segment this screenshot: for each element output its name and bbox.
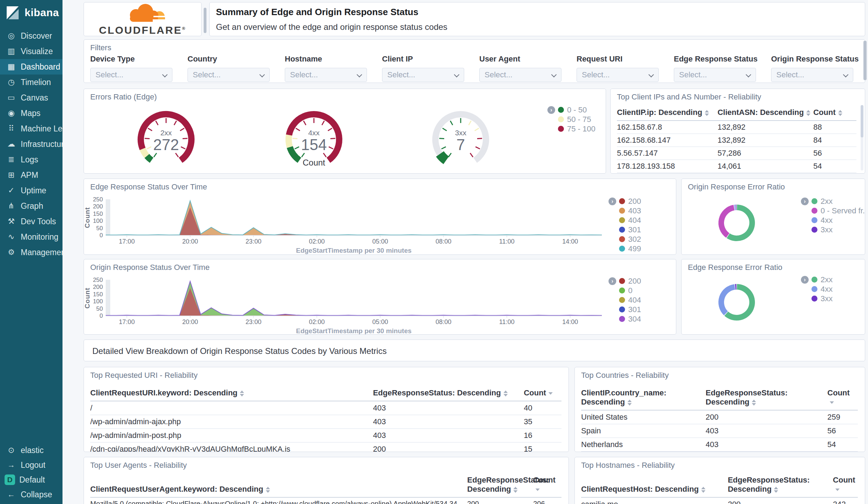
- column-header-count[interactable]: Count: [524, 386, 561, 401]
- sidebar-item-maps[interactable]: ◉Maps: [0, 105, 63, 121]
- select-placeholder: Select...: [679, 70, 707, 79]
- legend-item-200[interactable]: ›200: [609, 196, 641, 206]
- column-header-edgeresponsestatus-descending[interactable]: EdgeResponseStatus: Descending: [706, 386, 828, 410]
- sidebar-item-uptime[interactable]: ✓Uptime: [0, 183, 63, 198]
- sort-icon: [806, 110, 810, 116]
- legend-expand-icon[interactable]: ›: [547, 106, 555, 114]
- sidebar-item-elastic[interactable]: ⊙elastic: [0, 443, 63, 458]
- column-header-clientip-country-name-descending[interactable]: ClientIP.country_name: Descending: [581, 386, 706, 410]
- table-row: /cdn-cgi/apps/head/xVgyKhR-vV3dAUGhMqfBc…: [90, 442, 561, 452]
- column-header-count[interactable]: Count: [833, 460, 858, 497]
- legend-item-0-50[interactable]: ›0 - 50: [547, 105, 596, 115]
- hostname-select[interactable]: Select...: [285, 68, 367, 82]
- legend-item-3xx[interactable]: ›3xx: [801, 225, 865, 234]
- device-type-select[interactable]: Select...: [90, 68, 172, 82]
- sort-icon: [627, 400, 632, 406]
- svg-text:17:00: 17:00: [119, 238, 135, 245]
- sidebar-item-infrastructure[interactable]: ☁Infrastructure: [0, 136, 63, 152]
- legend-item-404[interactable]: ›404: [609, 295, 641, 305]
- legend-item-2xx[interactable]: ›2xx: [801, 275, 833, 284]
- legend-expand-icon[interactable]: ›: [609, 198, 616, 205]
- legend-label: 2xx: [821, 275, 833, 284]
- legend-item-200[interactable]: ›200: [609, 276, 641, 286]
- sidebar-item-dev-tools[interactable]: ⚒Dev Tools: [0, 214, 63, 229]
- sidebar-item-canvas[interactable]: ▭Canvas: [0, 90, 63, 105]
- filters-panel-title: Filters: [90, 43, 111, 52]
- column-header-edgeresponsestatus-descending[interactable]: EdgeResponseStatus: Descending: [467, 460, 533, 497]
- client-ip-select[interactable]: Select...: [382, 68, 464, 82]
- sidebar-item-discover[interactable]: ◎Discover: [0, 28, 63, 44]
- sidebar: kibana ◎Discover▥Visualize▦Dashboard◷Tim…: [0, 0, 63, 504]
- origin-response-status-select[interactable]: Select...: [771, 68, 853, 82]
- legend-item-4xx[interactable]: ›4xx: [801, 284, 833, 294]
- legend-dot: [558, 126, 564, 132]
- legend-item-4xx[interactable]: ›4xx: [801, 215, 865, 225]
- gauge-3xx: 3xx7: [427, 107, 494, 168]
- legend-item-0-served-fr[interactable]: ›0 - Served fr...: [801, 206, 865, 215]
- legend-item-2xx[interactable]: ›2xx: [801, 196, 865, 206]
- sidebar-item-apm[interactable]: ⊞APM: [0, 167, 63, 183]
- sidebar-item-graph[interactable]: ⋔Graph: [0, 198, 63, 214]
- legend-item-302[interactable]: ›302: [609, 234, 641, 244]
- legend-expand-icon[interactable]: ›: [801, 198, 809, 205]
- sidebar-item-logout[interactable]: →Logout: [0, 458, 63, 472]
- legend-item-50-75[interactable]: ›50 - 75: [547, 115, 596, 124]
- edge-donut-chart[interactable]: [707, 272, 767, 334]
- column-header-clientrequestuseragent-keyword-descending[interactable]: ClientRequestUserAgent.keyword: Descendi…: [90, 460, 467, 497]
- column-header-clientrequesthost-descending[interactable]: ClientRequestHost: Descending: [581, 460, 728, 497]
- column-header-edgeresponsestatus-descending[interactable]: EdgeResponseStatus: Descending: [373, 386, 524, 401]
- legend-item-403[interactable]: ›403: [609, 206, 641, 215]
- legend-expand-icon[interactable]: ›: [609, 277, 616, 285]
- legend-label: 403: [628, 206, 641, 215]
- edge-donut-legend: ›2xx›4xx›3xx: [801, 275, 833, 303]
- table-cell: 200: [706, 410, 828, 424]
- column-header-edgeresponsestatus-descending[interactable]: EdgeResponseStatus: Descending: [728, 460, 833, 497]
- column-header-clientrequesturi-keyword-descending[interactable]: ClientRequestURI.keyword: Descending: [90, 386, 373, 401]
- legend-item-75-100[interactable]: ›75 - 100: [547, 124, 596, 134]
- page-scrollbar[interactable]: [863, 41, 867, 80]
- legend-item-304[interactable]: ›304: [609, 314, 641, 324]
- edge-time-chart[interactable]: 05010015020025017:0020:0023:0002:0005:00…: [84, 193, 676, 255]
- request-uri-select[interactable]: Select...: [577, 68, 659, 82]
- filter-label: Hostname: [285, 54, 367, 64]
- sidebar-item-collapse[interactable]: ←Collapse: [0, 487, 63, 502]
- legend-item-404[interactable]: ›404: [609, 215, 641, 225]
- edge-response-status-select[interactable]: Select...: [674, 68, 756, 82]
- filter-user-agent: User AgentSelect...: [479, 54, 561, 82]
- sidebar-item-default[interactable]: DDefault: [0, 472, 63, 487]
- top-countries-title: Top Countries - Reliability: [581, 371, 669, 380]
- legend-item-301[interactable]: ›301: [609, 225, 641, 234]
- user-agent-select[interactable]: Select...: [479, 68, 561, 82]
- kibana-logo[interactable]: kibana: [0, 0, 63, 25]
- svg-text:0: 0: [100, 312, 103, 319]
- column-header-count[interactable]: Count: [813, 105, 856, 121]
- legend-dot: [619, 306, 625, 312]
- sidebar-item-logs[interactable]: ≣Logs: [0, 152, 63, 167]
- legend-item-0[interactable]: ›0: [609, 286, 641, 295]
- column-header-clientasn-descending[interactable]: ClientASN: Descending: [717, 105, 813, 121]
- table-cell: 132,892: [717, 134, 813, 147]
- sidebar-nav: ◎Discover▥Visualize▦Dashboard◷Timelion▭C…: [0, 28, 63, 260]
- column-header-clientip-ip-descending[interactable]: ClientIP.ip: Descending: [617, 105, 717, 121]
- origin-time-chart[interactable]: 05010015020025017:0020:0023:0002:0005:00…: [84, 273, 676, 335]
- logo-panel-scrollbar[interactable]: [204, 8, 206, 33]
- column-header-count[interactable]: Count: [533, 460, 561, 497]
- legend-item-499[interactable]: ›499: [609, 244, 641, 253]
- svg-text:200: 200: [93, 284, 103, 290]
- sidebar-item-visualize[interactable]: ▥Visualize: [0, 44, 63, 59]
- legend-item-3xx[interactable]: ›3xx: [801, 294, 833, 303]
- table-cell: /: [90, 401, 373, 415]
- sidebar-item-machine-le[interactable]: ⠿Machine Le...: [0, 121, 63, 136]
- sidebar-item-monitoring[interactable]: ∿Monitoring: [0, 229, 63, 245]
- column-header-count[interactable]: Count: [827, 386, 858, 410]
- country-select[interactable]: Select...: [188, 68, 270, 82]
- sidebar-footer: ⊙elastic→LogoutDDefault←Collapse: [0, 443, 63, 502]
- sidebar-item-dashboard[interactable]: ▦Dashboard: [0, 59, 63, 75]
- sidebar-item-management[interactable]: ⚙Management: [0, 245, 63, 260]
- legend-item-301[interactable]: ›301: [609, 305, 641, 314]
- sidebar-item-timelion[interactable]: ◷Timelion: [0, 75, 63, 90]
- svg-text:3xx: 3xx: [455, 129, 467, 137]
- legend-expand-icon[interactable]: ›: [801, 276, 809, 284]
- origin-donut-chart[interactable]: [707, 193, 767, 254]
- clientips-scrollbar[interactable]: [861, 105, 863, 137]
